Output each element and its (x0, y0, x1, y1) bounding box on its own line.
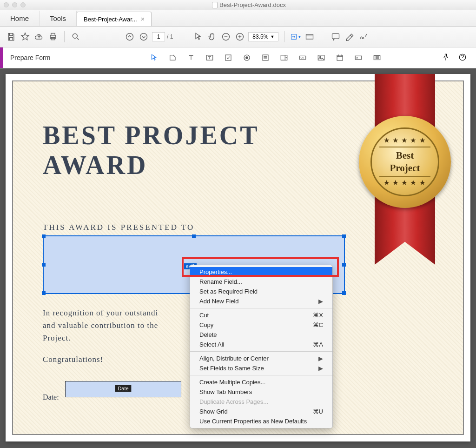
radio-icon[interactable] (242, 53, 252, 63)
certificate-subheading: THIS AWARD IS PRESENTED TO (43, 223, 194, 232)
menu-show-grid[interactable]: Show Grid⌘U (190, 407, 332, 416)
award-seal: ★ ★ ★ ★ ★ Best Project ★ ★ ★ ★ ★ (359, 116, 451, 208)
field-context-menu: Properties... Rename Field... Set as Req… (190, 265, 333, 428)
window-title: Best-Project-Award.docx (26, 1, 472, 8)
svg-line-4 (77, 38, 79, 40)
barcode-icon[interactable] (372, 53, 382, 63)
zoom-select[interactable]: 83.5%▼ (248, 32, 278, 41)
award-ribbon: ★ ★ ★ ★ ★ Best Project ★ ★ ★ ★ ★ (364, 74, 447, 269)
menu-add-new-field[interactable]: Add New Field▶ (190, 296, 332, 306)
menu-duplicate-pages: Duplicate Across Pages... (190, 397, 332, 407)
menu-same-size[interactable]: Set Fields to Same Size▶ (190, 363, 332, 373)
svg-rect-2 (51, 38, 55, 40)
tab-tools[interactable]: Tools (40, 11, 77, 26)
menu-set-required[interactable]: Set as Required Field (190, 287, 332, 296)
highlight-icon[interactable] (344, 31, 355, 42)
button-icon[interactable]: OK (298, 53, 308, 63)
help-icon[interactable] (458, 53, 467, 63)
sign-icon[interactable] (358, 31, 369, 42)
window-controls[interactable] (4, 2, 26, 7)
select-tool-icon[interactable] (149, 53, 159, 63)
date-field[interactable]: Date (65, 381, 181, 397)
menu-tab-numbers[interactable]: Show Tab Numbers (190, 387, 332, 397)
svg-rect-34 (355, 56, 362, 60)
tab-document-label: Best-Project-Awar... (84, 16, 137, 23)
zoom-out-icon[interactable] (220, 31, 231, 42)
text-field-icon[interactable] (186, 53, 196, 63)
list-icon[interactable] (260, 53, 271, 63)
star-icon[interactable] (20, 31, 31, 42)
close-tab-icon[interactable]: × (141, 15, 145, 23)
checkbox-icon[interactable] (223, 53, 233, 63)
document-canvas[interactable]: ★ ★ ★ ★ ★ Best Project ★ ★ ★ ★ ★ BEST PR… (0, 68, 476, 448)
menu-copy[interactable]: Copy⌘C (190, 320, 332, 330)
edit-form-icon[interactable] (167, 53, 178, 63)
svg-rect-13 (306, 34, 313, 39)
zoom-in-icon[interactable] (234, 31, 245, 42)
main-toolbar: / 1 83.5%▼ ▼ (0, 27, 476, 47)
signature-field-icon[interactable] (353, 53, 364, 63)
page-down-icon[interactable] (138, 31, 149, 42)
tab-document[interactable]: Best-Project-Awar... × (77, 12, 152, 26)
svg-point-5 (126, 33, 133, 40)
menu-multiple-copies[interactable]: Create Multiple Copies... (190, 377, 332, 387)
svg-rect-30 (337, 55, 343, 60)
prepare-form-label: Prepare Form (3, 54, 58, 61)
svg-text:OK: OK (301, 56, 304, 59)
date-label: Date: (43, 393, 59, 401)
cloud-icon[interactable] (33, 31, 45, 42)
svg-rect-15 (332, 33, 339, 39)
select-arrow-icon[interactable] (192, 31, 204, 42)
svg-point-3 (73, 33, 77, 38)
svg-rect-1 (51, 33, 55, 35)
minimize-window-icon[interactable] (12, 2, 17, 7)
comment-icon[interactable] (330, 31, 341, 42)
form-toolbar: Prepare Form OK (0, 47, 476, 68)
date-field-icon[interactable] (335, 53, 345, 63)
date-field-tag: Date (115, 385, 131, 392)
menu-rename-field[interactable]: Rename Field... (190, 277, 332, 287)
tab-bar: Home Tools Best-Project-Awar... × (0, 10, 476, 27)
image-field-icon[interactable] (316, 53, 326, 63)
menu-delete[interactable]: Delete (190, 330, 332, 340)
menu-align[interactable]: Align, Distribute or Center▶ (190, 354, 332, 363)
tab-home[interactable]: Home (0, 11, 40, 26)
congratulations-text: Congratulations! (43, 353, 103, 366)
window-titlebar: Best-Project-Award.docx (0, 0, 476, 10)
certificate-title: BEST PROJECT AWARD (43, 120, 259, 181)
document-icon (212, 2, 218, 8)
search-icon[interactable] (70, 31, 81, 42)
page-up-icon[interactable] (124, 31, 135, 42)
page-indicator: / 1 (152, 32, 173, 41)
hand-icon[interactable] (206, 31, 218, 42)
maximize-window-icon[interactable] (20, 2, 26, 7)
menu-use-defaults[interactable]: Use Current Properties as New Defaults (190, 416, 332, 426)
svg-rect-17 (225, 55, 231, 60)
menu-select-all[interactable]: Select All⌘A (190, 340, 332, 349)
text-box-icon[interactable] (205, 53, 215, 63)
page-total: / 1 (167, 33, 173, 40)
fit-width-icon[interactable]: ▼ (290, 31, 301, 42)
page-current-input[interactable] (152, 32, 165, 41)
save-icon[interactable] (6, 31, 17, 42)
menu-properties[interactable]: Properties... (190, 267, 332, 277)
pin-icon[interactable] (442, 53, 450, 63)
read-mode-icon[interactable] (304, 31, 315, 42)
svg-point-6 (140, 33, 147, 40)
menu-cut[interactable]: Cut⌘X (190, 310, 332, 320)
dropdown-icon[interactable] (279, 53, 289, 63)
close-window-icon[interactable] (4, 2, 9, 7)
print-icon[interactable] (47, 31, 59, 42)
svg-point-19 (246, 57, 248, 59)
certificate-body: In recognition of your outstandi and val… (43, 307, 158, 345)
